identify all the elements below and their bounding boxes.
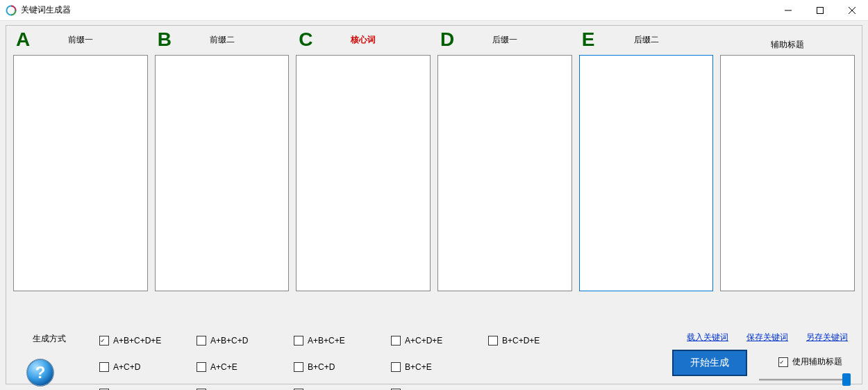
- window-title: 关键词生成器: [21, 4, 71, 16]
- input-suffix-2[interactable]: [579, 55, 714, 291]
- opt-label: A+C+D+E: [405, 336, 442, 346]
- checkbox-icon[interactable]: [294, 362, 303, 372]
- input-prefix-1[interactable]: [13, 55, 148, 291]
- main-panel: A 前缀一 B 前缀二 C 核心词 D 后缀一 E 后缀二 辅助标题: [6, 25, 862, 384]
- checkbox-icon[interactable]: [197, 362, 206, 372]
- slider-track: [759, 379, 848, 381]
- opt-cd[interactable]: C+D: [294, 384, 391, 390]
- close-button[interactable]: [836, 0, 868, 21]
- save-keywords-link[interactable]: 保存关键词: [746, 332, 788, 343]
- checkbox-icon[interactable]: [391, 362, 401, 372]
- opt-label: A+C+E: [210, 362, 237, 372]
- opt-label: A+B+C+D: [210, 336, 248, 346]
- col-letter: C: [299, 29, 319, 51]
- start-generate-button[interactable]: 开始生成: [672, 350, 747, 376]
- opt-label: A+B+C+E: [308, 336, 345, 346]
- file-links: 载入关键词 保存关键词 另存关键词: [687, 332, 848, 343]
- start-btn-label: 开始生成: [690, 357, 729, 369]
- load-keywords-link[interactable]: 载入关键词: [687, 332, 728, 343]
- col-title: 后缀一: [461, 34, 569, 46]
- checkbox-icon[interactable]: [488, 336, 498, 346]
- col-head-c: C 核心词: [296, 29, 431, 51]
- checkbox-icon[interactable]: [778, 357, 788, 367]
- input-core[interactable]: [296, 55, 431, 291]
- opt-label: B+C+D+E: [502, 336, 540, 346]
- col-letter: B: [158, 29, 178, 51]
- window-controls: [772, 0, 868, 21]
- col-head-a: A 前缀一: [13, 29, 148, 51]
- opt-label: B+C+E: [405, 362, 432, 372]
- col-head-aux: 辅助标题: [720, 39, 855, 51]
- opt-label: A+B+C+D+E: [113, 336, 161, 346]
- minimize-button[interactable]: [772, 0, 804, 21]
- slider-thumb[interactable]: [842, 373, 851, 386]
- input-prefix-2[interactable]: [155, 55, 290, 291]
- help-button[interactable]: ?: [26, 358, 55, 387]
- opt-bcde[interactable]: B+C+D+E: [488, 332, 585, 349]
- col-head-d: D 后缀一: [437, 29, 572, 51]
- app-body: A 前缀一 B 前缀二 C 核心词 D 后缀一 E 后缀二 辅助标题: [0, 21, 868, 390]
- column-inputs: [13, 55, 855, 291]
- app-icon: [6, 5, 17, 16]
- input-suffix-1[interactable]: [437, 55, 572, 291]
- option-grid: A+B+C+D+E A+B+C+D A+B+C+E A+C+D+E B+C+D+…: [99, 332, 585, 390]
- checkbox-icon[interactable]: [99, 336, 109, 346]
- checkbox-icon[interactable]: [391, 336, 401, 346]
- use-aux-label: 使用辅助标题: [792, 356, 842, 368]
- opt-ce[interactable]: C+E: [391, 384, 488, 390]
- col-title: 核心词: [319, 34, 428, 46]
- opt-acde[interactable]: A+C+D+E: [391, 332, 488, 349]
- checkbox-icon[interactable]: [99, 362, 109, 372]
- col-letter: D: [440, 29, 461, 51]
- col-letter: A: [16, 29, 37, 51]
- opacity-slider[interactable]: [759, 373, 848, 387]
- col-head-e: E 后缀二: [579, 29, 714, 51]
- col-title: 前缀一: [37, 34, 145, 46]
- svg-rect-2: [817, 7, 824, 13]
- input-aux-title[interactable]: [720, 55, 855, 291]
- opt-abce[interactable]: A+B+C+E: [294, 332, 391, 349]
- svg-text:?: ?: [35, 363, 46, 382]
- col-title: 前缀二: [178, 34, 287, 46]
- save-as-keywords-link[interactable]: 另存关键词: [806, 332, 848, 343]
- opt-bce[interactable]: B+C+E: [391, 358, 488, 375]
- opt-bcd[interactable]: B+C+D: [294, 358, 391, 375]
- col-title: 后缀二: [603, 34, 711, 46]
- opt-ace[interactable]: A+C+E: [197, 358, 294, 375]
- col-head-b: B 前缀二: [155, 29, 290, 51]
- titlebar: 关键词生成器: [0, 0, 868, 21]
- checkbox-icon[interactable]: [294, 336, 303, 346]
- col-letter: E: [582, 29, 603, 51]
- opt-ac[interactable]: A+C: [99, 384, 197, 390]
- opt-abcde[interactable]: A+B+C+D+E: [99, 332, 197, 349]
- checkbox-icon[interactable]: [197, 336, 206, 346]
- opt-bc[interactable]: B+C: [197, 384, 294, 390]
- opt-label: B+C+D: [308, 362, 335, 372]
- use-aux-title-checkbox[interactable]: 使用辅助标题: [778, 356, 842, 368]
- maximize-button[interactable]: [804, 0, 836, 21]
- column-headers: A 前缀一 B 前缀二 C 核心词 D 后缀一 E 后缀二 辅助标题: [13, 29, 855, 51]
- generate-mode-label: 生成方式: [33, 333, 66, 345]
- opt-acd[interactable]: A+C+D: [99, 358, 197, 375]
- col-title: 辅助标题: [723, 39, 852, 51]
- opt-abcd[interactable]: A+B+C+D: [197, 332, 294, 349]
- bottom-controls: 生成方式 A+B+C+D+E A+B+C+D A+B+C+E A+C+D: [13, 325, 855, 377]
- opt-label: A+C+D: [113, 362, 140, 372]
